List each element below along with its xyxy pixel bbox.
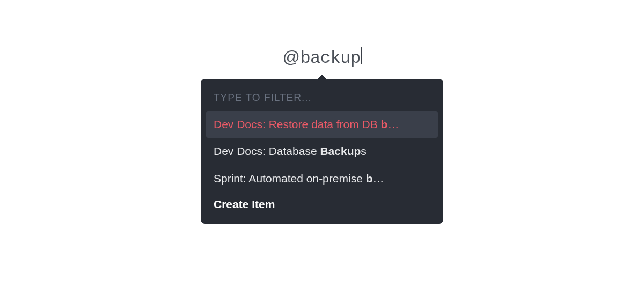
item-text-prefix: Dev Docs: Restore data from DB	[214, 118, 381, 130]
mention-prefix: @	[282, 47, 300, 67]
item-text-prefix: Sprint: Automated on-premise	[214, 172, 366, 185]
text-cursor	[361, 47, 362, 64]
create-item-button[interactable]: Create Item	[206, 192, 438, 218]
autocomplete-item[interactable]: Dev Docs: Database Backups	[206, 138, 438, 165]
filter-hint-label: Type to filter...	[206, 84, 438, 111]
item-text-match: Backup	[320, 145, 361, 157]
autocomplete-popover: Type to filter... Dev Docs: Restore data…	[201, 79, 443, 224]
item-text-suffix: …	[372, 172, 384, 185]
item-text-suffix: …	[387, 118, 399, 130]
item-text-match: b	[366, 172, 373, 185]
autocomplete-item[interactable]: Dev Docs: Restore data from DB b…	[206, 111, 438, 138]
mention-text: backup	[300, 48, 360, 68]
popover-arrow-icon	[317, 75, 327, 79]
item-text-prefix: Dev Docs: Database	[214, 145, 320, 157]
item-text-suffix: s	[361, 145, 367, 157]
item-text-match: b	[381, 118, 388, 130]
mention-input[interactable]: @backup	[282, 46, 361, 68]
autocomplete-item[interactable]: Sprint: Automated on-premise b…	[206, 165, 438, 192]
